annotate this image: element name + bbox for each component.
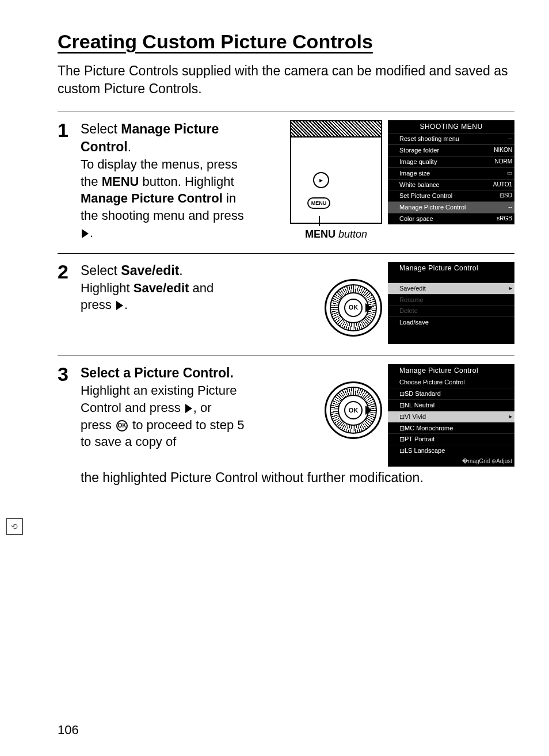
step-3-body-continued: the highlighted Picture Control without … (81, 469, 424, 487)
text: . (124, 297, 128, 312)
lcd-subtitle: Choose Picture Control (388, 377, 514, 388)
step-3-number: 3 (58, 364, 81, 467)
right-arrow-icon (116, 301, 123, 310)
lcd-title: Manage Picture Control (388, 262, 514, 274)
step-2-body: Highlight Save/edit and press . (81, 280, 245, 314)
lcd-list-item: ⊡SD Standard (388, 388, 514, 399)
lcd-menu-row: Manage Picture Control-- (388, 201, 514, 213)
lcd-menu-row: White balanceAUTO1 (388, 179, 514, 190)
menu-button-icon: MENU (307, 197, 330, 209)
text-bold: Save/edit (121, 263, 179, 278)
text: Highlight (81, 281, 134, 295)
ok-button-icon: OK (344, 401, 363, 419)
lcd-title: SHOOTING MENU (388, 120, 514, 133)
lcd-list-item: ⊡LS Landscape (388, 445, 514, 456)
text: Select (81, 121, 121, 136)
page-title: Creating Custom Picture Controls (58, 29, 514, 55)
menu-label-inline: MENU (102, 174, 139, 189)
lcd-menu-row: Storage folderNIKON (388, 144, 514, 156)
page-number: 106 (58, 721, 79, 739)
step-1: 1 Select Manage Picture Control. To disp… (58, 112, 514, 253)
ok-button-icon: OK (344, 299, 363, 317)
lcd-footer: �magGrid ⊕Adjust (388, 456, 514, 467)
lcd-title: Manage Picture Control (388, 364, 514, 377)
lcd-menu-row: Image size▭ (388, 167, 514, 179)
lcd-list-item: ⊡MC Monochrome (388, 422, 514, 434)
step-1-lead: Select Manage Picture Control. (81, 120, 245, 156)
right-arrow-icon (185, 404, 192, 413)
text: . (128, 139, 131, 154)
lcd-list-item: ⊡NL Neutral (388, 399, 514, 411)
playback-button-icon: ▸ (313, 172, 329, 188)
text: MENU (305, 228, 336, 240)
lcd-list-item: ⊡VI Vivid▸ (388, 411, 514, 422)
step-2: 2 Select Save/edit. Highlight Save/edit … (58, 253, 514, 356)
camera-figure: ▸ MENU MENU button (290, 120, 382, 241)
lcd-list-item: Load/save (388, 316, 514, 328)
lcd-manage-picture-control: Manage Picture Control Save/edit▸RenameD… (388, 262, 514, 345)
text: button. Highlight (139, 174, 234, 189)
lcd-list-item: Delete (388, 305, 514, 316)
step-3: 3 Select a Picture Control. Highlight an… (58, 356, 514, 498)
text-bold: Select a Picture Control. (81, 365, 234, 380)
text: . (90, 226, 93, 240)
lcd-menu-row: Image qualityNORM (388, 156, 514, 167)
text: button (336, 228, 367, 240)
ok-button-icon: OK (116, 420, 128, 432)
lcd-menu-row: Color spacesRGB (388, 213, 514, 224)
text-bold: Manage Picture Control (81, 191, 223, 205)
intro-text: The Picture Controls supplied with the c… (58, 62, 514, 98)
text: Select (81, 263, 121, 278)
step-1-number: 1 (58, 120, 81, 242)
lcd-menu-row: Set Picture Control⊡SD (388, 190, 514, 201)
text: . (179, 263, 182, 278)
multi-selector-dial: OK (325, 279, 382, 337)
right-arrow-icon (365, 406, 372, 415)
lcd-list-item: Rename (388, 294, 514, 306)
step-1-body: To display the menus, press the MENU but… (81, 156, 245, 241)
lcd-choose-picture-control: Manage Picture Control Choose Picture Co… (388, 364, 514, 467)
step-3-lead: Select a Picture Control. (81, 364, 245, 382)
step-2-number: 2 (58, 262, 81, 345)
camera-caption: MENU button (290, 227, 382, 241)
right-arrow-icon (82, 229, 89, 238)
step-2-lead: Select Save/edit. (81, 262, 245, 280)
camera-back-diagram: ▸ MENU (290, 120, 382, 224)
text-bold: Save/edit (134, 281, 189, 295)
lcd-list-item: ⊡PT Portrait (388, 433, 514, 445)
right-arrow-icon (365, 303, 372, 312)
section-tab-icon: ⟲ (6, 518, 23, 535)
lcd-menu-row: Reset shooting menu-- (388, 133, 514, 144)
step-3-body: Highlight an existing Picture Control an… (81, 382, 245, 450)
lcd-shooting-menu: SHOOTING MENU Reset shooting menu--Stora… (388, 120, 514, 224)
text: Highlight an existing Picture Control an… (81, 383, 237, 415)
multi-selector-dial: OK (325, 381, 382, 439)
lcd-list-item: Save/edit▸ (388, 282, 514, 294)
